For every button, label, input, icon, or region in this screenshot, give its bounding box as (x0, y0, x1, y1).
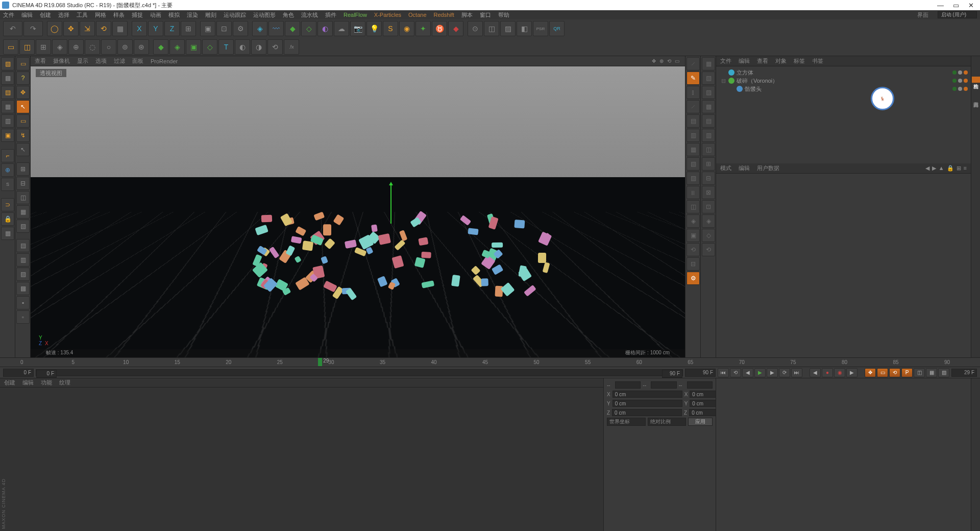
menu-运动图形[interactable]: 运动图形 (253, 11, 276, 19)
menu-动画[interactable]: 动画 (150, 11, 161, 19)
mat-tab-创建[interactable]: 创建 (4, 379, 15, 387)
gen-5[interactable]: T (218, 39, 234, 55)
view-tab-选项[interactable]: 选项 (95, 57, 107, 65)
plugin-rs[interactable]: ◆ (448, 21, 463, 36)
tp-3[interactable]: ▭ (16, 114, 30, 128)
menu-窗口[interactable]: 窗口 (480, 11, 491, 19)
scale-tool[interactable]: ⇲ (80, 21, 95, 36)
workplane-mode[interactable]: ▤ (1, 86, 14, 99)
tp-7[interactable]: ⊟ (16, 177, 30, 190)
rs1-pen[interactable]: ✎ (687, 71, 700, 85)
pos-y[interactable] (612, 400, 682, 407)
attr-new[interactable]: ⊞ (957, 165, 961, 172)
light[interactable]: 💡 (366, 21, 382, 36)
tool-c[interactable]: ▨ (500, 21, 516, 36)
tp-help[interactable]: ? (16, 71, 30, 85)
rs1-4[interactable]: ⟋ (687, 100, 700, 113)
view-tab-过滤[interactable]: 过滤 (114, 57, 125, 65)
kf-pla[interactable]: ◫ (914, 368, 925, 377)
step-back[interactable]: ⟲ (730, 368, 741, 377)
sel-tool-9[interactable]: ⊛ (134, 39, 149, 55)
tool-a[interactable]: ⊙ (468, 21, 483, 36)
tp-11[interactable]: ▤ (16, 239, 30, 252)
step-fwd[interactable]: ⟳ (779, 368, 790, 377)
last-tool[interactable]: ▦ (112, 21, 128, 36)
tp-8[interactable]: ◫ (16, 191, 30, 204)
rs2-12[interactable]: ◈ (702, 214, 715, 228)
generator-2[interactable]: ◇ (301, 21, 316, 36)
axis-2[interactable]: ⊕ (1, 163, 14, 177)
rs1-10[interactable]: ⫼ (687, 186, 700, 199)
magnet-tool[interactable]: ⊃ (1, 198, 14, 211)
tp-14[interactable]: ▩ (16, 282, 30, 295)
rs1-gear[interactable]: ⚙ (687, 272, 700, 285)
spline-primitive[interactable]: 〰 (268, 21, 284, 36)
timeline-scrollbar[interactable] (36, 369, 683, 376)
sel-tool-3[interactable]: ⊞ (36, 39, 51, 55)
rs1-7[interactable]: ▦ (687, 143, 700, 156)
tp-6[interactable]: ⊞ (16, 162, 30, 176)
attr-nav-up[interactable]: ▲ (939, 165, 944, 172)
sel-tool-2[interactable]: ◫ (19, 39, 35, 55)
sel-tool-5[interactable]: ⊕ (68, 39, 84, 55)
undo-button[interactable]: ↶ (3, 21, 22, 36)
vp-nav-3[interactable]: ⟲ (667, 58, 673, 64)
menu-创建[interactable]: 创建 (40, 11, 51, 19)
rs2-5[interactable]: ▤ (702, 114, 715, 128)
gen-6[interactable]: ◐ (235, 39, 250, 55)
gen-3[interactable]: ▣ (186, 39, 201, 55)
rs2-9[interactable]: ⊟ (702, 172, 715, 185)
poly-mode[interactable]: ▣ (1, 129, 14, 142)
record-button[interactable]: ● (822, 368, 833, 377)
coord-system[interactable]: ⊞ (181, 21, 196, 36)
menu-脚本[interactable]: 脚本 (461, 11, 473, 19)
menu-渲染[interactable]: 渲染 (187, 11, 198, 19)
edge-mode[interactable]: ▥ (1, 114, 14, 128)
kf-rot[interactable]: ⟲ (889, 368, 900, 377)
rs2-2[interactable]: ▧ (702, 71, 715, 85)
mat-tab-纹理[interactable]: 纹理 (59, 379, 70, 387)
move-tool[interactable]: ✥ (63, 21, 79, 36)
gen-8[interactable]: ⟲ (267, 39, 283, 55)
kf-opt2[interactable]: ▧ (938, 368, 949, 377)
rs1-11[interactable]: ◫ (687, 200, 700, 213)
goto-start[interactable]: ⏮ (718, 368, 729, 377)
x-axis-lock[interactable]: X (132, 21, 147, 36)
minimize-button[interactable]: — (937, 2, 944, 9)
render-region[interactable]: ⊡ (216, 21, 232, 36)
rs1-12[interactable]: ◈ (687, 214, 700, 228)
kf-param[interactable]: P (901, 368, 913, 377)
psr-tool[interactable]: PSR (533, 21, 548, 36)
next-frame[interactable]: ▶ (767, 368, 778, 377)
vtab-1[interactable]: 构造 (972, 77, 980, 83)
coord-mode-b[interactable]: 绝对比例 (648, 418, 687, 426)
rs2-11[interactable]: ⊡ (702, 200, 715, 213)
kf-scale[interactable]: ▭ (877, 368, 888, 377)
mat-tab-编辑[interactable]: 编辑 (22, 379, 34, 387)
menu-样条[interactable]: 样条 (113, 11, 125, 19)
point-mode[interactable]: ▦ (1, 100, 14, 113)
sel-tool-4[interactable]: ◈ (52, 39, 67, 55)
tp-arrow[interactable]: ↖ (16, 100, 30, 113)
rs2-7[interactable]: ◫ (702, 143, 715, 156)
attr-tab-模式[interactable]: 模式 (720, 164, 731, 172)
menu-编辑[interactable]: 编辑 (21, 11, 33, 19)
redo-button[interactable]: ↷ (23, 21, 43, 36)
material-manager[interactable]: 创建编辑功能纹理 (0, 378, 603, 531)
object-manager[interactable]: 🦌 立方体⊟破碎（Voronoi）骷髅头 (716, 66, 971, 163)
rs2-13[interactable]: ◇ (702, 229, 715, 242)
timeline-ruler[interactable]: 051015202530354045505560657075808590 (0, 357, 980, 367)
vp-nav-2[interactable]: ⊕ (659, 58, 666, 64)
menu-模拟[interactable]: 模拟 (168, 11, 180, 19)
object-骷髅头[interactable]: 骷髅头 (716, 85, 971, 93)
gen-1[interactable]: ◆ (153, 39, 168, 55)
rs2-4[interactable]: ▩ (702, 100, 715, 113)
maximize-button[interactable]: ▭ (953, 2, 959, 9)
axis-1[interactable]: ⌐ (1, 149, 14, 162)
sel-tool-7[interactable]: ○ (101, 39, 116, 55)
menu-角色[interactable]: 角色 (283, 11, 294, 19)
axis-3[interactable]: S (1, 178, 14, 191)
cube-primitive[interactable]: ◈ (252, 21, 267, 36)
generator[interactable]: ◆ (285, 21, 300, 36)
gen-2[interactable]: ◈ (169, 39, 185, 55)
